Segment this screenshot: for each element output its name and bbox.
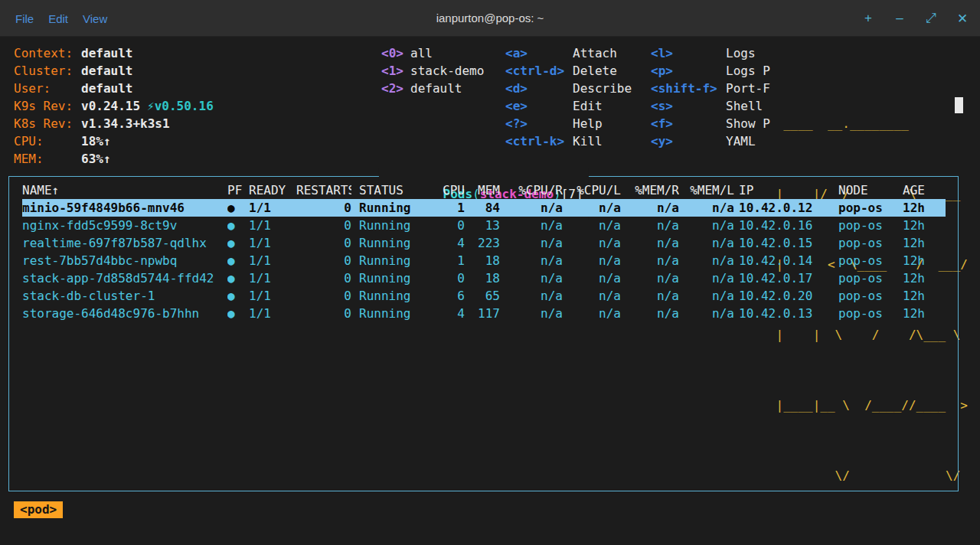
table-row[interactable]: minio-59f4849b66-mnv46 ● 1/1 0 Running 1… (22, 199, 946, 217)
cell-ready: 1/1 (249, 305, 296, 322)
action-hotkey[interactable]: <d> Describe (505, 80, 632, 97)
col-cpu[interactable]: CPU (436, 181, 465, 199)
cell-memr: n/a (621, 199, 679, 217)
col-meml[interactable]: %MEM/L (679, 181, 734, 199)
cell-meml: n/a (679, 199, 734, 217)
menu-file[interactable]: File (15, 12, 34, 25)
action-hotkey[interactable]: <e> Edit (505, 97, 632, 115)
cell-age: 12h (901, 199, 946, 217)
action-hotkey[interactable]: <s> Shell (651, 97, 772, 115)
cell-meml: n/a (679, 252, 734, 269)
cell-ip: 10.42.0.17 (734, 269, 837, 287)
col-restarts[interactable]: RESTARTS (296, 181, 351, 199)
col-cpul[interactable]: %CPU/L (563, 181, 621, 199)
info-label: K8s Rev: (14, 115, 81, 132)
action-hotkey[interactable]: <a> Attach (505, 44, 632, 62)
cell-status: Running (351, 217, 436, 234)
terminal-screen[interactable]: Context: default Cluster: default User: … (0, 37, 980, 545)
cluster-info-row: Context: default (14, 44, 214, 62)
action-hotkey[interactable]: <ctrl-k> Kill (505, 132, 632, 150)
cell-name: minio-59f4849b66-mnv46 (22, 199, 227, 217)
namespace-hotkey[interactable]: <1> stack-demo (381, 62, 484, 80)
cell-restarts: 0 (296, 234, 351, 252)
namespace-hotkey[interactable]: <0> all (381, 44, 484, 62)
cell-cpu: 4 (436, 234, 465, 252)
cell-status: Running (351, 305, 436, 322)
cell-ip: 10.42.0.15 (734, 234, 837, 252)
hotkey-label: Logs P (726, 62, 772, 80)
table-row[interactable]: storage-646d48c976-b7hhn ● 1/1 0 Running… (22, 305, 946, 322)
hotkey-key: <a> (505, 44, 573, 62)
hotkey-label: Kill (573, 132, 603, 150)
table-row[interactable]: stack-app-7d858d5744-ffd42 ● 1/1 0 Runni… (22, 269, 946, 287)
cell-cpul: n/a (563, 217, 621, 234)
cell-ready: 1/1 (249, 269, 296, 287)
col-node[interactable]: NODE (837, 181, 901, 199)
cell-cpul: n/a (563, 199, 621, 217)
minimize-icon[interactable]: – (894, 11, 905, 26)
col-memr[interactable]: %MEM/R (621, 181, 679, 199)
col-ready[interactable]: READY (249, 181, 296, 199)
cell-ready: 1/1 (249, 252, 296, 269)
info-value: 18%↑ (81, 132, 111, 150)
hotkey-key: <?> (505, 115, 573, 132)
cell-memr: n/a (621, 305, 679, 322)
namespace-hotkey[interactable]: <2> default (381, 80, 484, 97)
namespace-hotkeys: <0> all <1> stack-demo <2> default (381, 44, 484, 97)
info-upgrade-note: ⚡v0.50.16 (147, 97, 214, 115)
cell-restarts: 0 (296, 287, 351, 305)
cell-node: pop-os (837, 217, 901, 234)
cell-cpu: 0 (436, 217, 465, 234)
cell-memr: n/a (621, 252, 679, 269)
menu-edit[interactable]: Edit (48, 12, 68, 25)
table-row[interactable]: stack-db-cluster-1 ● 1/1 0 Running 6 65 … (22, 287, 946, 305)
action-hotkey[interactable]: <y> YAML (651, 132, 772, 150)
cell-node: pop-os (837, 252, 901, 269)
cell-mem: 13 (465, 217, 500, 234)
hotkey-label: Edit (573, 97, 603, 115)
cell-cpu: 0 (436, 269, 465, 287)
cell-cpul: n/a (563, 234, 621, 252)
col-name[interactable]: NAME↑ (22, 181, 227, 199)
action-hotkey[interactable]: <l> Logs (651, 44, 772, 62)
hotkey-key: <2> (381, 80, 410, 97)
action-hotkey[interactable]: <f> Show P (651, 115, 772, 132)
hotkey-label: Attach (573, 44, 617, 62)
cell-cpur: n/a (500, 217, 563, 234)
window-controls: + – ⤢ ✕ (863, 0, 968, 37)
cell-name: stack-app-7d858d5744-ffd42 (22, 269, 227, 287)
cell-memr: n/a (621, 234, 679, 252)
action-hotkey[interactable]: <p> Logs P (651, 62, 772, 80)
breadcrumb-pod[interactable]: <pod> (14, 501, 63, 518)
maximize-icon[interactable]: ⤢ (926, 11, 936, 26)
cell-meml: n/a (679, 217, 734, 234)
close-icon[interactable]: ✕ (957, 11, 968, 27)
table-row[interactable]: rest-7bb57d4bbc-npwbq ● 1/1 0 Running 1 … (22, 252, 946, 269)
cell-status: Running (351, 269, 436, 287)
col-status[interactable]: STATUS (351, 181, 436, 199)
action-hotkeys-secondary: <l> Logs <p> Logs P <shift-f> Port-F <s>… (651, 44, 772, 150)
col-age[interactable]: AGE (901, 181, 946, 199)
cell-cpu: 4 (436, 305, 465, 322)
cell-memr: n/a (621, 287, 679, 305)
cell-restarts: 0 (296, 252, 351, 269)
action-hotkey[interactable]: <?> Help (505, 115, 632, 132)
action-hotkey[interactable]: <ctrl-d> Delete (505, 62, 632, 80)
status-dot: ● (227, 199, 249, 217)
cell-mem: 18 (465, 269, 500, 287)
cell-ready: 1/1 (249, 217, 296, 234)
info-label: MEM: (14, 150, 81, 168)
col-mem[interactable]: MEM (465, 181, 500, 199)
action-hotkeys-primary: <a> Attach <ctrl-d> Delete <d> Describe … (505, 44, 632, 150)
table-row[interactable]: realtime-697f87b587-qdlhx ● 1/1 0 Runnin… (22, 234, 946, 252)
table-row[interactable]: nginx-fdd5c9599-8ct9v ● 1/1 0 Running 0 … (22, 217, 946, 234)
cell-mem: 18 (465, 252, 500, 269)
cell-name: realtime-697f87b587-qdlhx (22, 234, 227, 252)
action-hotkey[interactable]: <shift-f> Port-F (651, 80, 772, 97)
new-tab-icon[interactable]: + (863, 11, 874, 26)
col-pf[interactable]: PF (227, 181, 249, 199)
col-ip[interactable]: IP (734, 181, 837, 199)
menu-view[interactable]: View (83, 12, 107, 25)
col-cpur[interactable]: %CPU/R (500, 181, 563, 199)
cell-cpur: n/a (500, 269, 563, 287)
